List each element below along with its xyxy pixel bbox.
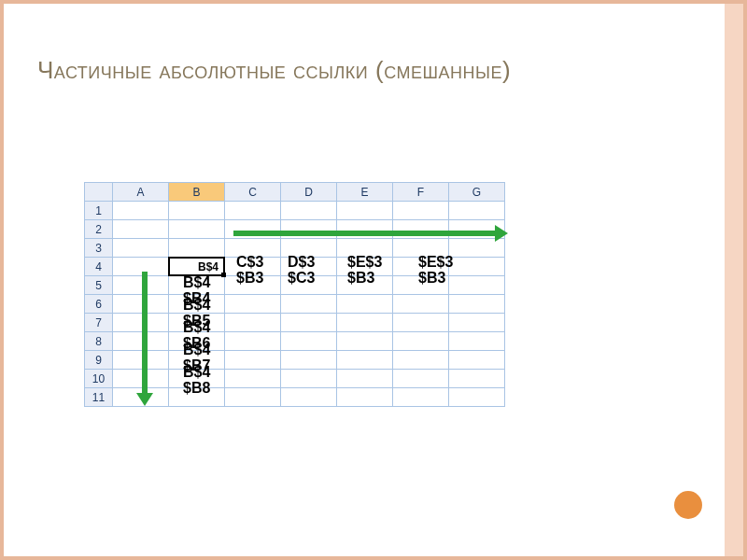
cell-A4 <box>113 258 169 276</box>
col-head-F: F <box>393 183 449 202</box>
col-head-C: C <box>225 183 281 202</box>
row-head-8: 8 <box>85 332 113 351</box>
col-head-E: E <box>337 183 393 202</box>
row-head-6: 6 <box>85 295 113 314</box>
row-head-11: 11 <box>85 388 113 407</box>
row-head-3: 3 <box>85 239 113 258</box>
active-cell-value: B$4 <box>198 260 218 273</box>
col-head-B: B <box>169 183 225 202</box>
row-head-4: 4 <box>85 258 113 276</box>
column-header-row: A B C D E F G <box>85 183 505 202</box>
spreadsheet-grid: A B C D E F G 1 2 3 4 B$4 5 6 7 8 <box>84 182 514 407</box>
row-head-5: 5 <box>85 276 113 295</box>
row-head-1: 1 <box>85 202 113 220</box>
col-head-G: G <box>449 183 505 202</box>
slide: Частичные абсолютные ссылки (смешанные) … <box>0 0 747 560</box>
col-head-D: D <box>281 183 337 202</box>
corner-cell <box>85 183 113 202</box>
row-head-10: 10 <box>85 370 113 388</box>
active-cell-B4: B$4 <box>169 258 225 276</box>
col-head-A: A <box>113 183 169 202</box>
row-head-9: 9 <box>85 351 113 370</box>
decor-dot <box>674 491 702 519</box>
decor-band-right <box>725 4 743 556</box>
slide-title: Частичные абсолютные ссылки (смешанные) <box>37 56 710 85</box>
row-head-2: 2 <box>85 220 113 239</box>
grid-table: A B C D E F G 1 2 3 4 B$4 5 6 7 8 <box>84 182 505 407</box>
row-head-7: 7 <box>85 314 113 332</box>
